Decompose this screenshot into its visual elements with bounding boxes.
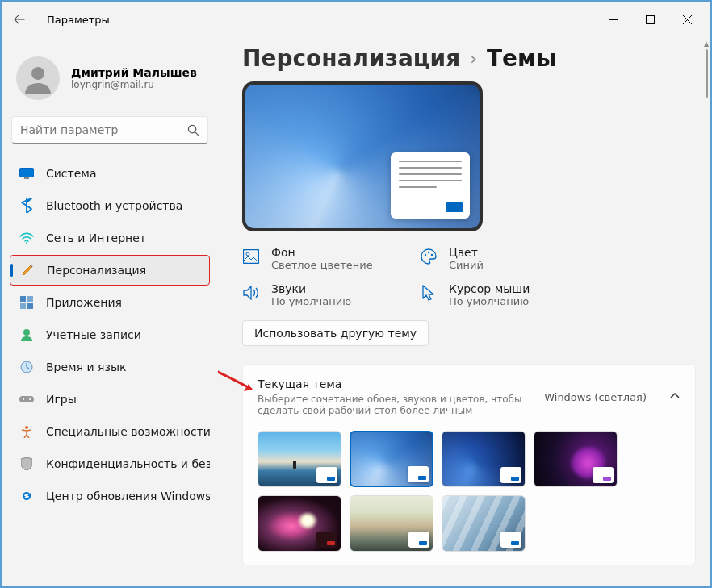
sidebar-item-time-language[interactable]: Время и язык xyxy=(10,352,210,382)
profile-name: Дмитрий Малышев xyxy=(71,66,197,79)
sidebar-item-windows-update[interactable]: Центр обновления Windows xyxy=(10,481,210,511)
maximize-button[interactable] xyxy=(631,6,668,32)
titlebar: Параметры xyxy=(2,2,710,37)
option-label: Звуки xyxy=(271,282,351,295)
scroll-up-icon[interactable]: ▲ xyxy=(704,40,709,48)
paintbrush-icon xyxy=(20,263,35,277)
panel-title: Текущая тема xyxy=(258,377,531,390)
sidebar-item-label: Bluetooth и устройства xyxy=(46,199,182,212)
sidebar-item-label: Центр обновления Windows xyxy=(46,490,210,503)
breadcrumb-parent[interactable]: Персонализация xyxy=(242,45,460,72)
option-value: Светлое цветение xyxy=(271,259,373,271)
svg-point-19 xyxy=(246,252,249,256)
accessibility-icon xyxy=(19,424,34,439)
sidebar-item-apps[interactable]: Приложения xyxy=(10,287,210,318)
avatar xyxy=(16,56,60,100)
sidebar-item-label: Сеть и Интернет xyxy=(46,231,146,244)
svg-rect-6 xyxy=(24,177,29,179)
scroll-thumb[interactable] xyxy=(706,49,708,98)
svg-rect-9 xyxy=(27,296,33,302)
clock-globe-icon xyxy=(19,360,34,374)
theme-option-sounds[interactable]: ЗвукиПо умолчанию xyxy=(242,282,396,307)
svg-rect-11 xyxy=(27,303,33,309)
svg-point-21 xyxy=(428,252,429,253)
gamepad-icon xyxy=(19,392,34,407)
svg-rect-1 xyxy=(646,15,654,23)
sidebar-item-gaming[interactable]: Игры xyxy=(10,384,210,415)
theme-thumb[interactable] xyxy=(534,431,618,487)
sidebar-item-system[interactable]: Система xyxy=(10,158,210,189)
theme-thumb[interactable] xyxy=(258,495,341,552)
sidebar-item-label: Система xyxy=(46,167,96,180)
option-label: Курсор мыши xyxy=(449,282,530,295)
theme-thumb[interactable] xyxy=(350,495,433,552)
chevron-up-icon[interactable] xyxy=(669,390,681,405)
theme-thumb[interactable] xyxy=(442,495,526,552)
use-other-theme-button[interactable]: Использовать другую тему xyxy=(242,320,429,346)
sidebar-item-label: Время и язык xyxy=(46,361,126,373)
theme-thumb[interactable] xyxy=(442,431,526,487)
bluetooth-icon xyxy=(19,198,34,213)
sidebar-item-label: Игры xyxy=(46,393,77,406)
svg-rect-8 xyxy=(20,296,26,302)
scrollbar[interactable]: ▲ xyxy=(704,40,709,99)
sidebar: Дмитрий Малышев loyngrin@mail.ru Система… xyxy=(2,37,218,586)
theme-option-cursor[interactable]: Курсор мышиПо умолчанию xyxy=(420,282,573,307)
svg-rect-14 xyxy=(19,396,34,402)
svg-point-2 xyxy=(31,67,44,80)
cursor-icon xyxy=(420,284,438,302)
svg-point-17 xyxy=(25,426,28,429)
close-icon xyxy=(683,15,692,24)
current-theme-panel[interactable]: Текущая тема Выберите сочетание обоев, з… xyxy=(242,364,696,565)
update-icon xyxy=(19,489,34,503)
sidebar-item-personalization[interactable]: Персонализация xyxy=(10,255,210,286)
profile-block[interactable]: Дмитрий Малышев loyngrin@mail.ru xyxy=(8,44,212,116)
svg-rect-18 xyxy=(244,250,259,264)
panel-subtitle: Выберите сочетание обоев, звуков и цвето… xyxy=(258,394,531,416)
breadcrumb-current: Темы xyxy=(487,45,556,72)
theme-thumb[interactable] xyxy=(258,431,341,487)
svg-point-22 xyxy=(431,254,433,256)
theme-preview xyxy=(242,81,483,231)
display-icon xyxy=(19,166,34,181)
nav-list: Система Bluetooth и устройства Сеть и Ин… xyxy=(8,158,212,511)
sidebar-item-label: Учетные записи xyxy=(46,328,141,341)
sound-icon xyxy=(242,284,260,302)
sidebar-item-accessibility[interactable]: Специальные возможности xyxy=(10,416,210,447)
search-input[interactable] xyxy=(20,123,187,136)
theme-option-color[interactable]: ЦветСиний xyxy=(420,246,573,271)
theme-option-background[interactable]: ФонСветлое цветение xyxy=(242,246,396,271)
sidebar-item-label: Конфиденциальность и безопасность xyxy=(46,457,210,470)
theme-thumb-selected[interactable] xyxy=(350,431,433,487)
svg-line-4 xyxy=(195,131,199,135)
sidebar-item-privacy[interactable]: Конфиденциальность и безопасность xyxy=(10,448,210,479)
shield-icon xyxy=(19,457,34,471)
svg-point-20 xyxy=(425,254,426,256)
chevron-right-icon: › xyxy=(470,48,477,69)
panel-value: Windows (светлая) xyxy=(544,391,647,403)
profile-email: loyngrin@mail.ru xyxy=(71,79,197,90)
svg-rect-10 xyxy=(20,303,26,309)
picture-icon xyxy=(242,248,260,265)
palette-icon xyxy=(420,248,438,265)
preview-window-card xyxy=(391,152,470,219)
theme-thumbnails xyxy=(258,431,681,552)
person-icon xyxy=(19,327,34,342)
sidebar-item-bluetooth[interactable]: Bluetooth и устройства xyxy=(10,190,210,221)
sidebar-item-label: Приложения xyxy=(46,296,122,309)
sidebar-item-label: Специальные возможности xyxy=(46,425,210,438)
back-button[interactable] xyxy=(6,6,32,32)
minimize-button[interactable] xyxy=(594,6,631,32)
breadcrumb: Персонализация › Темы xyxy=(242,45,696,72)
wifi-icon xyxy=(19,231,34,245)
option-label: Цвет xyxy=(449,246,484,259)
search-box[interactable] xyxy=(11,116,208,144)
close-button[interactable] xyxy=(668,6,706,32)
option-label: Фон xyxy=(271,246,373,259)
sidebar-item-label: Персонализация xyxy=(47,264,146,277)
sidebar-item-accounts[interactable]: Учетные записи xyxy=(10,319,210,350)
sidebar-item-network[interactable]: Сеть и Интернет xyxy=(10,223,210,253)
svg-point-15 xyxy=(23,398,24,400)
svg-point-16 xyxy=(29,398,31,400)
maximize-icon xyxy=(646,15,655,24)
